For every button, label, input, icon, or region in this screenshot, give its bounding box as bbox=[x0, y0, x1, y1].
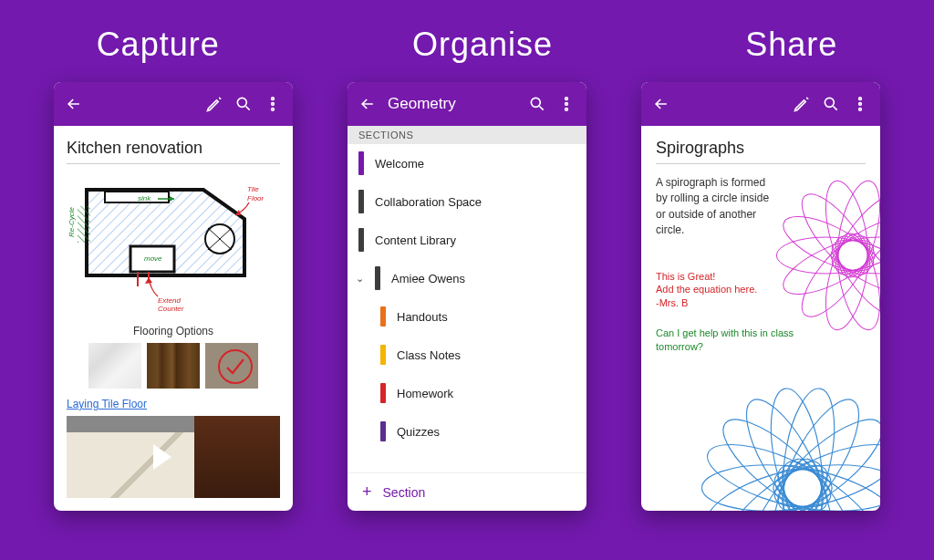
pen-icon[interactable] bbox=[793, 95, 811, 113]
back-icon[interactable] bbox=[65, 95, 83, 113]
thumb-tile[interactable] bbox=[205, 343, 258, 389]
note-title: Kitchen renovation bbox=[67, 139, 280, 164]
sections-header: SECTIONS bbox=[348, 126, 586, 144]
subsection-item-quizzes[interactable]: Quizzes bbox=[348, 412, 586, 451]
section-label: Welcome bbox=[375, 157, 424, 171]
section-color-swatch bbox=[375, 266, 380, 290]
svg-point-2 bbox=[272, 103, 275, 106]
heading-share: Share bbox=[745, 26, 837, 64]
spirograph-pink bbox=[762, 164, 880, 347]
section-item-amiee[interactable]: ⌄ Amiee Owens bbox=[348, 259, 586, 297]
section-label: Amiee Owens bbox=[391, 272, 465, 285]
feature-headings: Capture Organise Share bbox=[0, 0, 934, 82]
note-title: Spirographs bbox=[656, 139, 866, 164]
chevron-down-icon: ⌄ bbox=[355, 273, 364, 285]
section-color-swatch bbox=[380, 345, 386, 365]
notebook-title: Geometry bbox=[388, 95, 517, 113]
subsection-item-class-notes[interactable]: Class Notes bbox=[348, 336, 586, 374]
section-color-swatch bbox=[358, 151, 364, 175]
section-list: Welcome Collaboration Space Content Libr… bbox=[348, 144, 586, 472]
svg-point-1 bbox=[272, 98, 275, 100]
back-icon[interactable] bbox=[652, 95, 670, 113]
section-label: Homework bbox=[397, 387, 453, 400]
spirograph-blue bbox=[698, 383, 880, 511]
note-text: A spirograph is formed by rolling a circ… bbox=[656, 175, 772, 239]
overflow-icon[interactable] bbox=[851, 95, 869, 113]
svg-point-24 bbox=[825, 98, 834, 107]
add-section-label: Section bbox=[383, 485, 426, 500]
section-label: Content Library bbox=[375, 233, 456, 247]
phone-organise: Geometry SECTIONS Welcome Collaboration … bbox=[348, 82, 586, 511]
link-laying-tile[interactable]: Laying Tile Floor bbox=[67, 398, 147, 410]
note-body[interactable]: Kitchen renovation bbox=[54, 126, 293, 511]
section-color-swatch bbox=[380, 421, 386, 441]
section-label: Class Notes bbox=[397, 348, 461, 362]
anno-tile-1: Tile bbox=[247, 185, 259, 193]
svg-point-23 bbox=[566, 109, 568, 111]
svg-rect-13 bbox=[78, 206, 90, 243]
svg-point-0 bbox=[237, 98, 246, 107]
video-thumbnail[interactable] bbox=[67, 416, 280, 498]
pen-icon[interactable] bbox=[205, 95, 223, 113]
svg-point-25 bbox=[859, 98, 862, 100]
overflow-icon[interactable] bbox=[264, 95, 282, 113]
section-label: Collaboration Space bbox=[375, 195, 482, 209]
appbar bbox=[641, 82, 880, 126]
subsection-item-handouts[interactable]: Handouts bbox=[348, 297, 586, 336]
play-icon bbox=[153, 444, 171, 470]
anno-recycle: Re-Cycle bbox=[67, 207, 76, 237]
search-icon[interactable] bbox=[234, 95, 253, 113]
flooring-thumbnails bbox=[67, 343, 280, 389]
svg-rect-12 bbox=[105, 192, 169, 202]
section-item-welcome[interactable]: Welcome bbox=[348, 144, 586, 182]
heading-capture: Capture bbox=[97, 26, 220, 64]
svg-point-22 bbox=[566, 103, 568, 106]
flooring-header: Flooring Options bbox=[67, 325, 280, 337]
svg-point-27 bbox=[859, 109, 862, 111]
section-color-swatch bbox=[358, 228, 364, 252]
overflow-icon[interactable] bbox=[557, 95, 576, 113]
phone-capture: Kitchen renovation bbox=[54, 82, 293, 511]
section-label: Quizzes bbox=[397, 425, 440, 439]
appbar bbox=[54, 82, 293, 126]
thumb-marble[interactable] bbox=[88, 343, 141, 389]
svg-point-20 bbox=[531, 98, 540, 107]
note-body[interactable]: Spirographs A spirograph is formed by ro… bbox=[641, 126, 880, 511]
search-icon[interactable] bbox=[822, 95, 840, 113]
anno-extend-2: Counter bbox=[158, 305, 184, 313]
back-icon[interactable] bbox=[358, 95, 377, 113]
heading-organise: Organise bbox=[412, 26, 553, 64]
search-icon[interactable] bbox=[528, 95, 546, 113]
anno-move: move bbox=[144, 254, 162, 263]
section-color-swatch bbox=[380, 306, 386, 327]
section-item-collab[interactable]: Collaboration Space bbox=[348, 182, 586, 221]
svg-point-19 bbox=[219, 350, 252, 383]
thumb-wood[interactable] bbox=[147, 343, 200, 389]
add-section-button[interactable]: + Section bbox=[348, 472, 586, 511]
svg-point-21 bbox=[566, 98, 568, 100]
phone-row: Kitchen renovation bbox=[0, 82, 934, 511]
plus-icon: + bbox=[362, 482, 372, 502]
section-label: Handouts bbox=[397, 310, 448, 324]
anno-extend-1: Extend bbox=[158, 296, 181, 305]
phone-share: Spirographs A spirograph is formed by ro… bbox=[641, 82, 880, 511]
section-color-swatch bbox=[380, 383, 386, 403]
anno-sink: sink bbox=[138, 194, 151, 202]
anno-tile-2: Floor bbox=[247, 194, 265, 202]
svg-point-3 bbox=[272, 109, 275, 111]
section-color-swatch bbox=[358, 190, 364, 213]
floorplan-image: sink move Re-Cycle Tile Floor Extend bbox=[67, 173, 280, 317]
svg-point-26 bbox=[859, 103, 862, 106]
subsection-item-homework[interactable]: Homework bbox=[348, 374, 586, 412]
section-item-content-library[interactable]: Content Library bbox=[348, 221, 586, 259]
appbar: Geometry bbox=[348, 82, 586, 126]
